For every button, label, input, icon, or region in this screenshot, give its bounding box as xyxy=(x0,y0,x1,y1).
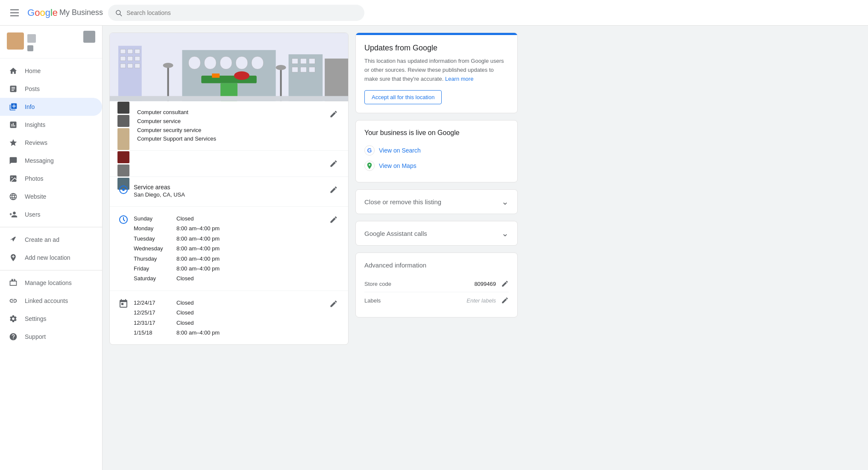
profile-icon-sm-1 xyxy=(27,34,36,43)
live-title: Your business is live on Google xyxy=(364,129,509,137)
categories-edit-button[interactable] xyxy=(328,108,340,120)
special-hours-edit-button[interactable] xyxy=(328,298,340,310)
svg-rect-32 xyxy=(325,59,348,101)
svg-rect-17 xyxy=(204,56,216,69)
service-areas-content: Service areas San Diego, CA, USA xyxy=(134,184,323,200)
manage-locations-icon xyxy=(9,278,18,288)
search-bar[interactable] xyxy=(108,5,364,21)
sidebar-item-home[interactable]: Home xyxy=(0,62,102,80)
special-hours-content: 12/24/17 Closed 12/25/17 Closed 12/31/17… xyxy=(134,298,323,338)
learn-more-link[interactable]: Learn more xyxy=(445,76,473,82)
svg-rect-23 xyxy=(212,73,220,78)
assistant-calls-title: Google Assistant calls xyxy=(364,230,427,237)
close-listing-header[interactable]: Close or remove this listing ⌄ xyxy=(356,190,517,214)
svg-rect-11 xyxy=(135,56,140,61)
home-icon xyxy=(9,66,18,76)
hours-edit-button[interactable] xyxy=(328,214,340,226)
special-hours-row: 12/24/17 Closed 12/25/17 Closed 12/31/17… xyxy=(110,291,348,345)
location-pin-area xyxy=(118,159,129,169)
users-icon xyxy=(9,210,18,219)
day-saturday: Saturday xyxy=(134,273,168,283)
profile-icon-sm-2 xyxy=(27,45,33,51)
sidebar-item-users[interactable]: Users xyxy=(0,206,102,223)
svg-point-3 xyxy=(12,177,12,178)
hours-monday: Monday 8:00 am–4:00 pm xyxy=(134,223,323,233)
sidebar-item-linked-accounts[interactable]: Linked accounts xyxy=(0,292,102,310)
sidebar-item-reviews[interactable]: Reviews xyxy=(0,134,102,152)
view-on-maps-link[interactable]: View on Maps xyxy=(364,158,509,173)
search-input[interactable] xyxy=(126,9,358,16)
profile-square xyxy=(83,31,95,43)
special-date-1: 12/24/17 xyxy=(134,298,168,308)
view-on-search-label: View on Search xyxy=(379,147,421,154)
nav-divider-1 xyxy=(0,227,102,227)
advanced-section: Advanced information Store code 8099469 … xyxy=(355,253,518,317)
mybusiness-wordmark: My Business xyxy=(59,8,103,17)
hours-row: Sunday Closed Monday 8:00 am–4:00 pm Tue… xyxy=(110,207,348,291)
business-illustration xyxy=(110,33,348,101)
svg-rect-30 xyxy=(300,67,306,72)
store-code-right: 8099469 xyxy=(474,280,509,288)
time-monday: 8:00 am–4:00 pm xyxy=(176,223,220,233)
add-location-icon xyxy=(9,253,18,262)
svg-point-24 xyxy=(234,71,249,80)
view-on-maps-label: View on Maps xyxy=(379,162,416,169)
special-hour-4: 1/15/18 8:00 am–4:00 pm xyxy=(134,328,323,338)
service-areas-edit-button[interactable] xyxy=(328,184,340,196)
category-swatches-area xyxy=(118,109,129,119)
hours-thursday: Thursday 8:00 am–4:00 pm xyxy=(134,254,323,264)
store-code-edit-button[interactable] xyxy=(501,280,509,288)
sidebar-item-settings[interactable]: Settings xyxy=(0,310,102,328)
linked-accounts-label: Linked accounts xyxy=(25,297,68,304)
svg-rect-29 xyxy=(292,67,298,72)
view-on-search-link[interactable]: G View on Search xyxy=(364,143,509,158)
categories-content: Computer consultant Computer service Com… xyxy=(137,108,323,144)
reviews-label: Reviews xyxy=(25,139,47,146)
insights-icon xyxy=(9,120,18,129)
location-edit-button[interactable] xyxy=(328,158,340,170)
sidebar-item-add-location[interactable]: Add new location xyxy=(0,249,102,267)
business-header xyxy=(110,33,348,101)
time-thursday: 8:00 am–4:00 pm xyxy=(176,254,220,264)
sidebar-item-create-ad[interactable]: Create an ad xyxy=(0,231,102,249)
special-time-2: Closed xyxy=(176,308,194,317)
assistant-calls-header[interactable]: Google Assistant calls ⌄ xyxy=(356,221,517,245)
sidebar: Home Posts Info xyxy=(0,26,103,470)
updates-title: Updates from Google xyxy=(364,44,509,53)
accept-all-button[interactable]: Accept all for this location xyxy=(364,90,442,104)
center-panel: Computer consultant Computer service Com… xyxy=(109,32,349,345)
sidebar-item-info[interactable]: Info xyxy=(0,98,102,116)
day-sunday: Sunday xyxy=(134,214,168,223)
sidebar-item-photos[interactable]: Photos xyxy=(0,170,102,188)
posts-icon xyxy=(9,84,18,94)
google-maps-icon xyxy=(364,161,375,171)
sidebar-item-insights[interactable]: Insights xyxy=(0,116,102,134)
manage-locations-label: Manage locations xyxy=(25,279,72,286)
close-listing-chevron: ⌄ xyxy=(501,197,509,207)
main-layout: Home Posts Info xyxy=(0,26,868,470)
sidebar-item-website[interactable]: Website xyxy=(0,188,102,206)
service-areas-value: San Diego, CA, USA xyxy=(134,191,323,200)
app-logo: Google My Business xyxy=(27,7,103,18)
category-2: Computer service xyxy=(137,117,323,126)
svg-rect-19 xyxy=(236,56,248,69)
special-date-2: 12/25/17 xyxy=(134,308,168,317)
assistant-calls-section: Google Assistant calls ⌄ xyxy=(355,221,518,246)
store-code-row: Store code 8099469 xyxy=(364,276,509,292)
menu-button[interactable] xyxy=(7,6,22,20)
settings-icon xyxy=(9,314,18,323)
home-label: Home xyxy=(25,68,41,74)
sidebar-item-posts[interactable]: Posts xyxy=(0,80,102,98)
linked-accounts-icon xyxy=(9,296,18,306)
day-monday: Monday xyxy=(134,223,168,233)
sidebar-item-messaging[interactable]: Messaging xyxy=(0,152,102,170)
labels-edit-button[interactable] xyxy=(501,297,509,304)
sidebar-item-manage-locations[interactable]: Manage locations xyxy=(0,274,102,292)
time-saturday: Closed xyxy=(176,273,194,283)
hours-wednesday: Wednesday 8:00 am–4:00 pm xyxy=(134,244,323,253)
sidebar-item-support[interactable]: Support xyxy=(0,328,102,346)
hours-table: Sunday Closed Monday 8:00 am–4:00 pm Tue… xyxy=(134,214,323,284)
svg-point-39 xyxy=(122,188,125,191)
store-code-value: 8099469 xyxy=(474,281,496,287)
special-hour-3: 12/31/17 Closed xyxy=(134,318,323,328)
